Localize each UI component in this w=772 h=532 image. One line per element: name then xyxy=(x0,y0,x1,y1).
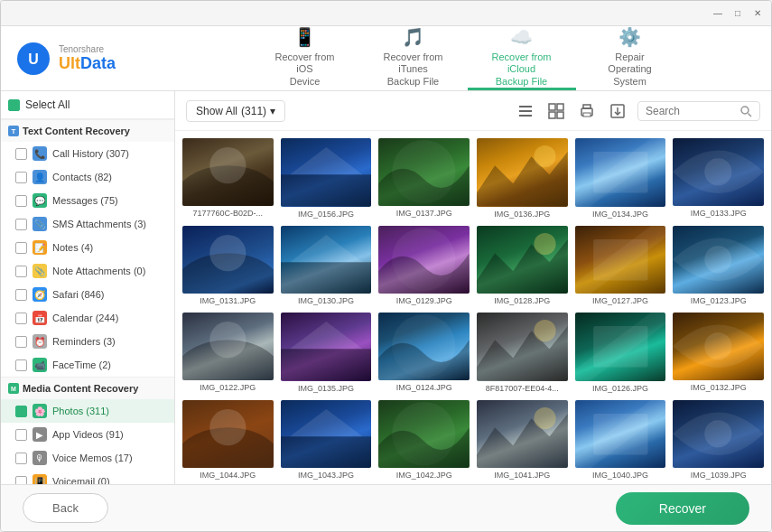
photo-label: IMG_0137.JPG xyxy=(378,209,470,218)
photo-item-p1[interactable]: 7177760C-B02D-... xyxy=(182,138,274,219)
photo-item-p15[interactable]: IMG_0124.JPG xyxy=(378,313,470,393)
photo-item-p4[interactable]: IMG_0136.JPG xyxy=(477,138,568,219)
sidebar-item-messages[interactable]: 💬 Messages (75) xyxy=(1,189,174,212)
sidebar-item-voicemail[interactable]: 📳 Voicemail (0) xyxy=(1,470,174,484)
media-category-label: Media Content Recovery xyxy=(23,383,138,394)
search-box xyxy=(637,101,760,121)
photo-item-p12[interactable]: IMG_0123.JPG xyxy=(673,226,764,306)
safari-checkbox[interactable] xyxy=(15,289,27,301)
photo-thumbnail xyxy=(673,138,764,206)
photo-item-p23[interactable]: IMG_1040.JPG xyxy=(575,400,666,481)
calendar-checkbox[interactable] xyxy=(15,313,27,324)
sidebar-item-voice-memos[interactable]: 🎙 Voice Memos (17) xyxy=(1,446,174,470)
reminders-icon: ⏰ xyxy=(33,334,47,349)
svg-rect-51 xyxy=(281,436,372,468)
photo-thumbnail xyxy=(182,400,274,468)
photo-item-p21[interactable]: IMG_1042.JPG xyxy=(378,400,470,481)
print-icon xyxy=(579,103,595,119)
photo-label: IMG_0134.JPG xyxy=(575,210,666,219)
voicemail-checkbox[interactable] xyxy=(15,476,27,485)
note-attach-checkbox[interactable] xyxy=(15,266,27,277)
photo-label: IMG_1044.JPG xyxy=(182,471,274,480)
photo-label: IMG_0123.JPG xyxy=(673,296,764,305)
photo-item-p8[interactable]: IMG_0130.JPG xyxy=(281,226,372,306)
sidebar-item-facetime[interactable]: 📹 FaceTime (2) xyxy=(1,353,174,377)
photo-thumbnail xyxy=(378,400,470,468)
sidebar-item-app-videos[interactable]: ▶ App Videos (91) xyxy=(1,423,174,446)
photo-item-p20[interactable]: IMG_1043.JPG xyxy=(281,400,372,481)
contacts-checkbox[interactable] xyxy=(15,172,27,183)
svg-point-32 xyxy=(209,235,246,271)
recover-button[interactable]: Recover xyxy=(616,492,749,525)
photo-thumbnail xyxy=(378,138,470,206)
select-all-checkbox[interactable] xyxy=(8,99,20,111)
sidebar-item-contacts[interactable]: 👤 Contacts (82) xyxy=(1,165,174,189)
sidebar-item-call-history[interactable]: 📞 Call History (307) xyxy=(1,142,174,165)
photo-item-p14[interactable]: IMG_0135.JPG xyxy=(281,313,372,393)
photo-item-p17[interactable]: IMG_0126.JPG xyxy=(575,313,666,393)
svg-point-39 xyxy=(705,246,732,273)
tab-ios[interactable]: 📱 Recover from iOSDevice xyxy=(251,26,359,90)
list-view-button[interactable] xyxy=(513,98,538,124)
photo-item-p24[interactable]: IMG_1039.JPG xyxy=(673,400,764,481)
photo-item-p10[interactable]: IMG_0128.JPG xyxy=(477,226,568,306)
show-all-button[interactable]: Show All (311) ▾ xyxy=(186,100,285,122)
sms-checkbox[interactable] xyxy=(15,219,27,230)
photo-item-p6[interactable]: IMG_0133.JPG xyxy=(673,138,764,219)
facetime-checkbox[interactable] xyxy=(15,359,27,371)
photo-item-p7[interactable]: IMG_0131.JPG xyxy=(182,226,274,306)
content-area: Show All (311) ▾ xyxy=(175,91,771,484)
select-all-item[interactable]: Select All xyxy=(1,91,174,119)
sidebar-item-note-attachments[interactable]: 📎 Note Attachments (0) xyxy=(1,259,174,283)
notes-checkbox[interactable] xyxy=(15,242,27,254)
print-button[interactable] xyxy=(574,98,600,124)
sidebar-item-notes[interactable]: 📝 Notes (4) xyxy=(1,236,174,259)
sidebar-item-photos[interactable]: 🌸 Photos (311) xyxy=(1,399,174,423)
title-bar: — □ ✕ xyxy=(1,1,771,26)
photos-checkbox[interactable] xyxy=(15,406,27,417)
facetime-label: FaceTime (2) xyxy=(52,359,167,370)
messages-checkbox[interactable] xyxy=(15,195,27,207)
search-input[interactable] xyxy=(646,105,736,117)
photo-item-p5[interactable]: IMG_0134.JPG xyxy=(575,138,666,219)
app-videos-checkbox[interactable] xyxy=(15,429,27,441)
sidebar-item-reminders[interactable]: ⏰ Reminders (3) xyxy=(1,330,174,353)
tab-repair[interactable]: ⚙️ Repair OperatingSystem xyxy=(576,26,684,90)
call-history-checkbox[interactable] xyxy=(15,148,27,160)
photo-thumbnail xyxy=(378,226,470,294)
photo-item-p2[interactable]: IMG_0156.JPG xyxy=(281,138,372,219)
sidebar-item-safari[interactable]: 🧭 Safari (846) xyxy=(1,283,174,306)
back-button[interactable]: Back xyxy=(23,493,108,523)
close-button[interactable]: ✕ xyxy=(751,7,764,20)
tab-icloud[interactable]: ☁️ Recover from iCloudBackup File xyxy=(468,26,576,90)
photo-item-p13[interactable]: IMG_0122.JPG xyxy=(182,313,274,393)
photo-item-p19[interactable]: IMG_1044.JPG xyxy=(182,400,274,481)
photo-thumbnail xyxy=(477,226,568,294)
maximize-button[interactable]: □ xyxy=(731,7,744,20)
photo-item-p3[interactable]: IMG_0137.JPG xyxy=(378,138,470,219)
photo-item-p18[interactable]: IMG_0132.JPG xyxy=(673,313,764,393)
photo-item-p11[interactable]: IMG_0127.JPG xyxy=(575,226,666,306)
photo-label: IMG_0126.JPG xyxy=(575,384,666,393)
reminders-checkbox[interactable] xyxy=(15,336,27,348)
svg-point-50 xyxy=(209,409,246,445)
search-icon xyxy=(739,105,752,117)
sidebar-item-sms-attachments[interactable]: 📎 SMS Attachments (3) xyxy=(1,212,174,236)
photo-item-p9[interactable]: IMG_0129.JPG xyxy=(378,226,470,306)
grid-view-button[interactable] xyxy=(544,98,569,124)
voice-memos-checkbox[interactable] xyxy=(15,453,27,464)
photo-item-p22[interactable]: IMG_1041.JPG xyxy=(477,400,568,481)
minimize-button[interactable]: — xyxy=(712,7,724,20)
reminders-label: Reminders (3) xyxy=(52,336,167,347)
tab-itunes[interactable]: 🎵 Recover from iTunesBackup File xyxy=(359,26,468,90)
voicemail-icon: 📳 xyxy=(33,474,47,484)
voicemail-label: Voicemail (0) xyxy=(52,476,167,484)
content-toolbar: Show All (311) ▾ xyxy=(175,91,771,131)
sms-label: SMS Attachments (3) xyxy=(52,219,167,229)
sidebar-item-calendar[interactable]: 📅 Calendar (244) xyxy=(1,306,174,330)
text-category-icon: T xyxy=(8,126,19,136)
photo-item-p16[interactable]: 8F817007-EE04-4... xyxy=(477,313,568,393)
export-button[interactable] xyxy=(605,98,630,124)
logo-icon: U xyxy=(15,41,51,77)
calendar-icon: 📅 xyxy=(33,311,47,325)
